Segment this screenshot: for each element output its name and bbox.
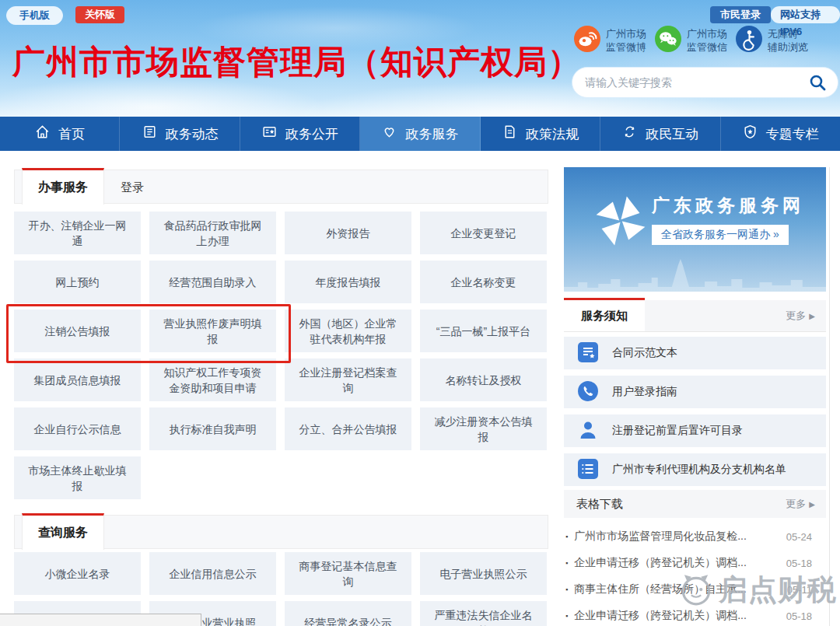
- wechat-label: 广州市场监管微信: [687, 27, 727, 54]
- weibo-icon: [574, 26, 600, 55]
- downloads-section-bar: 表格下载 更多▶: [564, 490, 826, 518]
- social-links: 广州市场监管微博 广州市场监管微信 无障碍辅助浏览: [574, 26, 808, 55]
- service-item[interactable]: 食品药品行政审批网上办理: [149, 212, 276, 254]
- tab-query-services[interactable]: 查询服务: [22, 513, 104, 550]
- nav-item-services[interactable]: 政务服务: [360, 117, 480, 151]
- service-item[interactable]: 开办、注销企业一网通: [14, 212, 141, 254]
- download-item-date: 05-18: [786, 558, 812, 569]
- pinwheel-icon: [592, 192, 649, 253]
- service-item[interactable]: 商事登记基本信息查询: [285, 552, 411, 595]
- service-item[interactable]: 分立、合并公告填报: [285, 407, 411, 450]
- notice-item-label: 注册登记前置后置许可目录: [612, 424, 743, 438]
- news-icon: [142, 124, 158, 144]
- badge-icon: [742, 124, 758, 144]
- nav-label: 政务公开: [285, 125, 338, 143]
- nav-label: 政策法规: [526, 125, 579, 143]
- wechat-link[interactable]: 广州市场监管微信: [655, 26, 727, 55]
- service-item[interactable]: 企业注册登记档案查询: [285, 358, 411, 401]
- service-item[interactable]: 减少注册资本公告填报: [420, 407, 547, 450]
- service-item[interactable]: 小微企业名录: [14, 552, 141, 595]
- service-item[interactable]: 年度报告填报: [285, 261, 411, 303]
- citizen-login-button[interactable]: 市民登录: [710, 6, 771, 23]
- bullet-icon: ▪: [565, 612, 568, 620]
- service-item[interactable]: 经营异常名录公示: [285, 601, 411, 626]
- main-nav: 首页 政务动态 政务公开 政务服务 政策法规 政民互动 专题专栏: [0, 117, 840, 151]
- weibo-link[interactable]: 广州市场监管微博: [574, 26, 646, 55]
- tab-login[interactable]: 登录: [107, 170, 158, 205]
- service-item[interactable]: 外国（地区）企业常驻代表机构年报: [285, 310, 411, 352]
- notice-item[interactable]: 用户登录指南: [564, 376, 826, 408]
- service-item[interactable]: 企业变更登记: [420, 212, 547, 254]
- service-item[interactable]: 知识产权工作专项资金资助和项目申请: [149, 358, 276, 401]
- service-item-highlighted[interactable]: 营业执照作废声明填报: [149, 310, 276, 352]
- service-item[interactable]: 企业信用信息公示: [149, 552, 276, 595]
- nav-item-topics[interactable]: 专题专栏: [721, 117, 840, 151]
- service-item[interactable]: 经营范围自助录入: [149, 261, 276, 303]
- service-item[interactable]: 企业名称变更: [420, 261, 547, 303]
- home-icon: [34, 124, 51, 144]
- nav-item-news[interactable]: 政务动态: [120, 117, 240, 151]
- mobile-version-button[interactable]: 手机版: [6, 6, 63, 25]
- service-item[interactable]: 集团成员信息填报: [14, 358, 141, 401]
- search-icon[interactable]: [808, 73, 827, 92]
- nav-item-disclosure[interactable]: 政务公开: [240, 117, 360, 151]
- page-title: 广州市市场监督管理局（知识产权局）: [12, 40, 581, 84]
- notice-item-label: 广州市专利代理机构及分支机构名单: [612, 463, 786, 477]
- service-item[interactable]: 电子营业执照公示: [420, 552, 547, 595]
- law-icon: [502, 124, 518, 144]
- phone-icon: [578, 381, 598, 404]
- service-item[interactable]: “三品一械”上报平台: [420, 310, 547, 352]
- care-version-button[interactable]: 关怀版: [75, 6, 124, 23]
- notice-item-label: 用户登录指南: [612, 385, 677, 399]
- tab-service-notice[interactable]: 服务须知: [564, 298, 645, 331]
- nav-item-laws[interactable]: 政策法规: [481, 117, 600, 151]
- download-item-title: 广州市市场监督管理局化妆品复检...: [574, 530, 780, 544]
- download-item-title: 企业申请迁移（跨登记机关）调档...: [574, 609, 780, 623]
- nav-label: 专题专栏: [766, 125, 819, 143]
- notice-more-link[interactable]: 更多▶: [786, 300, 815, 331]
- nav-item-home[interactable]: 首页: [0, 117, 120, 151]
- tab-business-services[interactable]: 办事服务: [22, 168, 104, 205]
- bullet-icon: ▪: [565, 586, 568, 593]
- business-services-grid: 开办、注销企业一网通 食品药品行政审批网上办理 外资报告 企业变更登记 网上预约…: [14, 212, 549, 499]
- search-box: [572, 67, 838, 98]
- download-item-title: 企业申请迁移（跨登记机关）调档...: [574, 556, 780, 570]
- service-item[interactable]: 市场主体终止歇业填报: [14, 456, 141, 499]
- download-item[interactable]: ▪ 企业申请迁移（跨登记机关）调档... 05-18: [564, 552, 826, 574]
- notice-item[interactable]: 注册登记前置后置许可目录: [564, 414, 826, 447]
- downloads-more-link[interactable]: 更多▶: [786, 490, 815, 518]
- browser-status-tooltip: [0, 614, 201, 626]
- service-item[interactable]: 外资报告: [285, 212, 411, 254]
- download-item-date: 05-11: [787, 584, 812, 596]
- nav-item-interaction[interactable]: 政民互动: [600, 117, 720, 151]
- service-item[interactable]: 网上预约: [14, 261, 141, 303]
- nav-label: 政务动态: [166, 125, 219, 143]
- notice-section-bar: 服务须知 更多▶: [564, 300, 826, 332]
- service-item-highlighted[interactable]: 注销公告填报: [14, 310, 141, 352]
- sidebar-divider: [829, 167, 830, 626]
- weibo-label: 广州市场监管微博: [606, 27, 646, 54]
- service-item[interactable]: 企业自行公示信息: [14, 407, 141, 450]
- download-item-date: 05-24: [786, 531, 812, 543]
- service-item[interactable]: 名称转让及授权: [420, 358, 547, 401]
- user-icon: [578, 420, 598, 442]
- search-input[interactable]: [583, 75, 808, 89]
- heart-icon: [381, 124, 397, 144]
- more-arrow-icon: ▶: [809, 312, 815, 320]
- service-item[interactable]: 执行标准自我声明: [149, 407, 276, 450]
- notice-item[interactable]: 广州市专利代理机构及分支机构名单: [564, 453, 826, 486]
- nav-label: 政务服务: [405, 125, 458, 143]
- banner-subtitle: 全省政务服务一网通办 »: [652, 225, 789, 245]
- contract-icon: [578, 342, 598, 365]
- bullet-icon: ▪: [565, 559, 568, 567]
- bullet-icon: ▪: [565, 533, 568, 540]
- service-item[interactable]: 严重违法失信企业名单: [420, 601, 547, 626]
- interaction-icon: [621, 124, 638, 144]
- gd-services-banner[interactable]: 广东政务服务网 全省政务服务一网通办 »: [564, 167, 826, 292]
- notice-item[interactable]: 合同示范文本: [564, 337, 826, 369]
- nav-label: 政民互动: [646, 125, 698, 143]
- download-item[interactable]: ▪ 商事主体住所（经营场所）自主承... 05-11: [564, 579, 826, 600]
- download-item[interactable]: ▪ 企业申请迁移（跨登记机关）调档... 05-18: [564, 605, 826, 626]
- download-item[interactable]: ▪ 广州市市场监督管理局化妆品复检... 05-24: [564, 526, 826, 547]
- more-arrow-icon: ▶: [809, 500, 815, 509]
